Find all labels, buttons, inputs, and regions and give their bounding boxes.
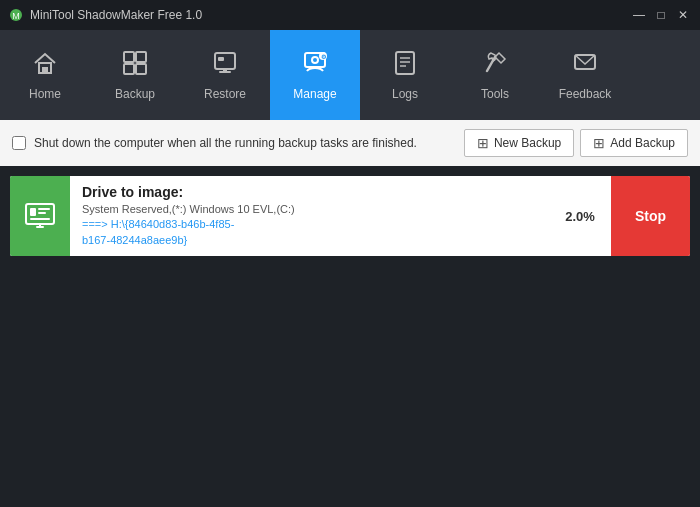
toolbar-buttons: ⊞ New Backup ⊞ Add Backup [464, 129, 688, 157]
nav-item-tools[interactable]: Tools [450, 30, 540, 120]
svg-rect-25 [38, 208, 50, 210]
feedback-nav-icon [571, 49, 599, 81]
feedback-nav-label: Feedback [559, 87, 612, 101]
svg-rect-23 [30, 208, 36, 216]
restore-nav-icon [211, 49, 239, 81]
nav-bar: Home Backup Restore ⚙ Manage [0, 30, 700, 120]
home-nav-icon [31, 49, 59, 81]
task-progress: 2.0% [549, 176, 611, 256]
svg-rect-5 [136, 52, 146, 62]
tools-nav-label: Tools [481, 87, 509, 101]
task-title: Drive to image: [82, 184, 537, 200]
svg-rect-24 [30, 218, 50, 220]
task-card: Drive to image: System Reserved,(*:) Win… [10, 176, 690, 256]
manage-nav-icon: ⚙ [301, 49, 329, 81]
logs-nav-label: Logs [392, 87, 418, 101]
backup-nav-label: Backup [115, 87, 155, 101]
app-title: MiniTool ShadowMaker Free 1.0 [30, 8, 202, 22]
svg-rect-28 [39, 224, 41, 228]
title-bar: M MiniTool ShadowMaker Free 1.0 — □ ✕ [0, 0, 700, 30]
nav-item-manage[interactable]: ⚙ Manage [270, 30, 360, 120]
tools-nav-icon [481, 49, 509, 81]
logs-nav-icon [391, 49, 419, 81]
svg-rect-16 [396, 52, 414, 74]
content-area: Drive to image: System Reserved,(*:) Win… [0, 166, 700, 266]
svg-rect-10 [223, 69, 227, 72]
svg-rect-6 [124, 64, 134, 74]
nav-item-logs[interactable]: Logs [360, 30, 450, 120]
stop-button[interactable]: Stop [611, 176, 690, 256]
task-card-body: Drive to image: System Reserved,(*:) Win… [70, 176, 549, 256]
backup-nav-icon [121, 49, 149, 81]
svg-rect-26 [38, 212, 46, 214]
new-backup-icon: ⊞ [477, 135, 489, 151]
svg-rect-4 [124, 52, 134, 62]
svg-point-13 [312, 57, 318, 63]
task-type-icon [10, 176, 70, 256]
title-bar-controls: — □ ✕ [630, 6, 692, 24]
add-backup-icon: ⊞ [593, 135, 605, 151]
shutdown-checkbox-container[interactable]: Shut down the computer when all the runn… [12, 136, 454, 150]
minimize-button[interactable]: — [630, 6, 648, 24]
shutdown-checkbox[interactable] [12, 136, 26, 150]
task-description: System Reserved,(*:) Windows 10 EVL,(C:)… [82, 202, 537, 248]
new-backup-button[interactable]: ⊞ New Backup [464, 129, 574, 157]
app-icon: M [8, 7, 24, 23]
restore-nav-label: Restore [204, 87, 246, 101]
add-backup-button[interactable]: ⊞ Add Backup [580, 129, 688, 157]
svg-rect-11 [218, 57, 224, 61]
title-bar-left: M MiniTool ShadowMaker Free 1.0 [8, 7, 202, 23]
shutdown-label: Shut down the computer when all the runn… [34, 136, 417, 150]
nav-item-restore[interactable]: Restore [180, 30, 270, 120]
toolbar: Shut down the computer when all the runn… [0, 120, 700, 166]
nav-item-feedback[interactable]: Feedback [540, 30, 630, 120]
maximize-button[interactable]: □ [652, 6, 670, 24]
svg-rect-3 [42, 67, 48, 73]
nav-item-home[interactable]: Home [0, 30, 90, 120]
svg-rect-7 [136, 64, 146, 74]
home-nav-label: Home [29, 87, 61, 101]
svg-text:M: M [12, 11, 20, 21]
close-button[interactable]: ✕ [674, 6, 692, 24]
manage-nav-label: Manage [293, 87, 336, 101]
svg-rect-8 [215, 53, 235, 69]
nav-item-backup[interactable]: Backup [90, 30, 180, 120]
